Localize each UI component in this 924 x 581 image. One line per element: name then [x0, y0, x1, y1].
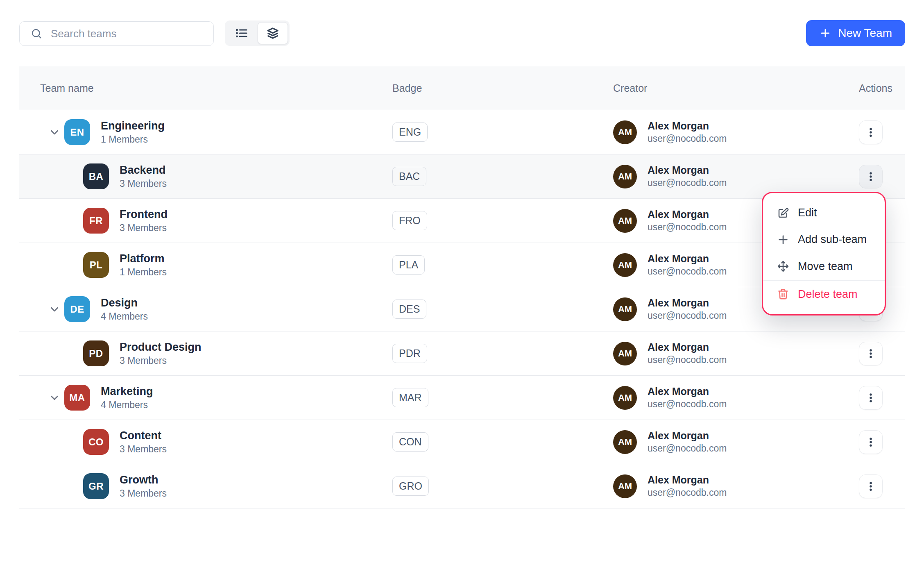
row-actions-button[interactable] — [859, 120, 883, 144]
row-actions-button[interactable] — [859, 474, 883, 498]
creator-text: Alex Morgan user@nocodb.com — [648, 120, 727, 144]
team-cell: MA Marketing 4 Members — [19, 385, 392, 411]
creator-name: Alex Morgan — [648, 386, 727, 397]
column-header-creator: Creator — [613, 82, 859, 94]
column-header-actions: Actions — [859, 82, 905, 94]
team-badge: GRO — [392, 477, 429, 496]
topbar: New Team — [0, 0, 924, 66]
team-avatar: PD — [83, 340, 109, 366]
badge-cell: GRO — [392, 477, 613, 496]
kebab-icon — [865, 347, 877, 360]
team-text: Content 3 Members — [120, 429, 167, 455]
list-view-button[interactable] — [226, 22, 257, 44]
search-input[interactable] — [51, 27, 205, 40]
team-name: Platform — [120, 252, 167, 265]
view-toggle — [225, 20, 290, 46]
team-avatar: EN — [64, 119, 90, 145]
context-menu-item[interactable]: Add sub-team — [763, 226, 885, 253]
creator-text: Alex Morgan user@nocodb.com — [648, 474, 727, 498]
creator-email: user@nocodb.com — [648, 266, 727, 277]
creator-name: Alex Morgan — [648, 474, 727, 486]
team-cell: FR Frontend 3 Members — [19, 208, 392, 234]
team-cell: EN Engineering 1 Members — [19, 119, 392, 145]
team-avatar: FR — [83, 208, 109, 234]
context-menu-item-label: Delete team — [798, 288, 858, 301]
creator-email: user@nocodb.com — [648, 487, 727, 498]
row-actions-button[interactable] — [859, 342, 883, 365]
team-cell: BA Backend 3 Members — [19, 163, 392, 189]
badge-cell: BAC — [392, 167, 613, 186]
kebab-icon — [865, 170, 877, 183]
team-avatar: MA — [64, 385, 90, 411]
list-icon — [235, 27, 248, 40]
actions-cell — [859, 430, 905, 454]
creator-avatar: AM — [613, 165, 637, 188]
chevron-down-icon — [48, 303, 61, 315]
team-members-count: 3 Members — [120, 178, 167, 189]
creator-avatar: AM — [613, 297, 637, 321]
team-avatar: DE — [64, 296, 90, 322]
team-badge: ENG — [392, 123, 428, 142]
team-members-count: 4 Members — [101, 311, 148, 322]
kebab-icon — [865, 126, 877, 138]
row-actions-button[interactable] — [859, 165, 883, 188]
kebab-icon — [865, 436, 877, 448]
creator-text: Alex Morgan user@nocodb.com — [648, 430, 727, 454]
creator-email: user@nocodb.com — [648, 443, 727, 454]
badge-cell: DES — [392, 300, 613, 319]
team-name: Marketing — [101, 385, 153, 398]
team-badge: DES — [392, 300, 426, 319]
expand-toggle[interactable] — [47, 302, 62, 317]
creator-avatar: AM — [613, 342, 637, 365]
team-name: Frontend — [120, 208, 168, 221]
team-badge: CON — [392, 432, 428, 452]
team-text: Platform 1 Members — [120, 252, 167, 278]
new-team-button[interactable]: New Team — [806, 20, 905, 46]
column-header-team-name: Team name — [19, 82, 392, 94]
table-row: CO Content 3 Members CON AM Alex Morgan … — [19, 420, 905, 464]
expand-toggle[interactable] — [47, 390, 62, 405]
context-menu-item[interactable]: Edit — [763, 200, 885, 226]
search-box[interactable] — [19, 21, 214, 46]
column-header-badge: Badge — [392, 82, 613, 94]
row-context-menu: Edit Add sub-team Move team Delete team — [762, 192, 886, 315]
creator-cell: AM Alex Morgan user@nocodb.com — [613, 430, 859, 454]
team-badge: MAR — [392, 388, 428, 407]
creator-email: user@nocodb.com — [648, 310, 727, 321]
team-name: Design — [101, 297, 148, 309]
creator-cell: AM Alex Morgan user@nocodb.com — [613, 120, 859, 144]
table-row: GR Growth 3 Members GRO AM Alex Morgan u… — [19, 464, 905, 508]
chevron-down-icon — [48, 392, 61, 404]
expand-toggle[interactable] — [47, 125, 62, 140]
team-cell: GR Growth 3 Members — [19, 473, 392, 499]
badge-cell: PDR — [392, 344, 613, 363]
team-avatar: BA — [83, 163, 109, 189]
move-icon — [777, 260, 790, 273]
row-actions-button[interactable] — [859, 386, 883, 410]
creator-avatar: AM — [613, 253, 637, 277]
badge-cell: MAR — [392, 388, 613, 407]
table-row: PD Product Design 3 Members PDR AM Alex … — [19, 331, 905, 376]
trash-icon — [777, 288, 790, 301]
team-text: Engineering 1 Members — [101, 120, 165, 145]
team-avatar: CO — [83, 429, 109, 455]
team-cell: PL Platform 1 Members — [19, 252, 392, 278]
table-header: Team name Badge Creator Actions — [19, 66, 905, 110]
team-cell: PD Product Design 3 Members — [19, 340, 392, 366]
row-actions-button[interactable] — [859, 430, 883, 454]
tree-view-button[interactable] — [258, 22, 288, 44]
badge-cell: ENG — [392, 123, 613, 142]
team-name: Product Design — [120, 341, 202, 354]
creator-cell: AM Alex Morgan user@nocodb.com — [613, 341, 859, 365]
team-text: Growth 3 Members — [120, 474, 167, 499]
table-row: EN Engineering 1 Members ENG AM Alex Mor… — [19, 110, 905, 154]
badge-cell: CON — [392, 432, 613, 452]
badge-cell: FRO — [392, 211, 613, 230]
creator-text: Alex Morgan user@nocodb.com — [648, 253, 727, 277]
context-menu-item[interactable]: Delete team — [763, 281, 885, 308]
menu-divider — [763, 280, 885, 281]
team-members-count: 3 Members — [120, 444, 167, 455]
creator-name: Alex Morgan — [648, 430, 727, 442]
context-menu-item[interactable]: Move team — [763, 253, 885, 280]
team-name: Backend — [120, 164, 167, 177]
